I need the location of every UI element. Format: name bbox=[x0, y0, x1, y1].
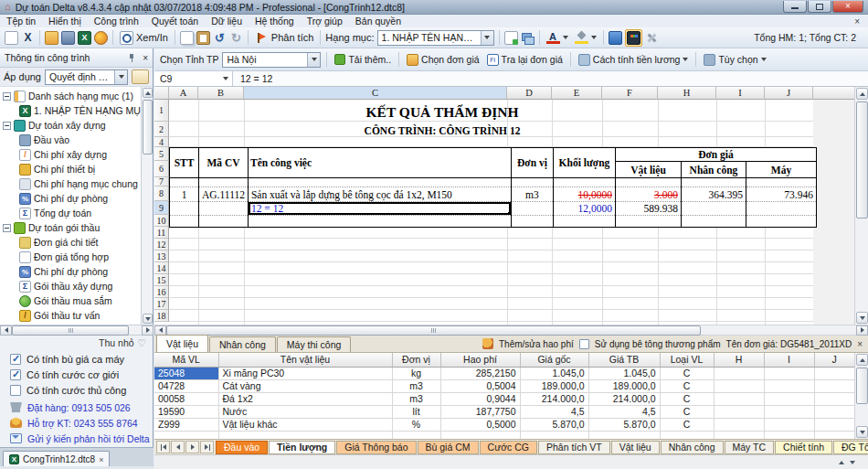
row-header[interactable]: 1 bbox=[154, 100, 169, 122]
checkbox[interactable] bbox=[10, 385, 21, 396]
menu-ban-quyen[interactable]: Bản quyền bbox=[349, 15, 408, 27]
tree-item-chi-phi-xay-dung[interactable]: /Chi phí xây dựng bbox=[0, 147, 142, 162]
scroll-up-icon[interactable] bbox=[856, 354, 868, 366]
tree-item-hang-muc-1[interactable]: X1. NHẬP TÊN HẠNG MỤC VÀO ĐÂY bbox=[0, 103, 142, 118]
menu-cong-trinh[interactable]: Công trình bbox=[88, 15, 145, 27]
new-file-icon[interactable] bbox=[5, 31, 18, 45]
tree-horizontal-scrollbar[interactable] bbox=[0, 325, 153, 336]
sheet-tab-bu-gia-cm[interactable]: Bù giá CM bbox=[418, 441, 479, 454]
sheet-tab-cuoc-cg[interactable]: Cước CG bbox=[480, 441, 537, 454]
checkbox-cuoc-co-gioi[interactable]: Có tính cước cơ giới bbox=[0, 367, 153, 382]
sheet-tab-vat-lieu[interactable]: Vật liệu bbox=[611, 441, 660, 454]
document-close-icon[interactable]: × bbox=[846, 16, 868, 27]
row-header[interactable]: 15 bbox=[154, 274, 169, 286]
next-sheet-icon[interactable] bbox=[185, 441, 199, 453]
column-header[interactable]: F bbox=[602, 87, 658, 100]
media-icon[interactable] bbox=[94, 31, 108, 45]
tree-item-tong-du-toan[interactable]: ΣTổng dự toán bbox=[0, 206, 142, 220]
material-code-selected[interactable]: 25048 bbox=[154, 367, 218, 379]
cell-ten-cong-viec[interactable]: Sản xuất và lắp dựng bê tông cọc đá 1x2,… bbox=[248, 187, 511, 202]
tab-close-icon[interactable]: × bbox=[99, 455, 103, 464]
material-row[interactable]: Z999Vật liệu khác%0,50005.870,05.870,0C bbox=[154, 418, 854, 431]
tab-may-thi-cong[interactable]: Máy thi công bbox=[277, 336, 352, 352]
checkbox-bu-gia-ca-may[interactable]: Có tính bù giá ca máy bbox=[0, 351, 153, 367]
checkbox[interactable] bbox=[10, 369, 21, 380]
material-table[interactable]: Mã VLTên vật liệuĐơn vịHao phíGiá gốcGiá… bbox=[154, 353, 854, 439]
cell-nhan-cong[interactable]: 364.395 bbox=[681, 187, 746, 202]
cell-name-box[interactable]: C9 bbox=[154, 71, 233, 86]
order-link[interactable]: Đặt hàng: 0913 505 026 bbox=[0, 400, 153, 415]
menu-tep-tin[interactable]: Tệp tin bbox=[0, 15, 42, 27]
collapse-icon[interactable] bbox=[3, 92, 11, 101]
cell-ma-cv[interactable]: AG.11112 bbox=[199, 187, 249, 202]
menu-he-thong[interactable]: Hệ thống bbox=[249, 15, 301, 27]
status-up-icon[interactable] bbox=[839, 461, 844, 464]
column-header[interactable]: I bbox=[716, 87, 765, 100]
material-row[interactable]: 25048 Xi măng PC30kg285,21501.045,01.045… bbox=[154, 367, 854, 379]
tra-lai-don-gia-button[interactable]: FiTra lại đơn giá bbox=[485, 53, 565, 67]
tools-icon[interactable] bbox=[645, 31, 659, 45]
tree-vertical-scrollbar[interactable] bbox=[141, 87, 153, 325]
material-row[interactable]: 00058Đá 1x2m30,9044214.000,0214.000,0C bbox=[154, 392, 854, 405]
hang-muc-combobox[interactable]: 1. NHẬP TÊN HẠNG MỤC VÀ... bbox=[377, 30, 494, 46]
checkbox[interactable] bbox=[10, 354, 21, 365]
row-header[interactable]: 10 bbox=[154, 215, 169, 227]
grid-horizontal-scrollbar[interactable] bbox=[154, 325, 868, 336]
sheet-tab-may-tc[interactable]: Máy TC bbox=[725, 441, 775, 454]
cell-don-vi[interactable]: m3 bbox=[511, 187, 553, 202]
tree-item-chi-phi-thiet-bi[interactable]: Chi phí thiết bị bbox=[0, 162, 142, 176]
insert-row-icon[interactable] bbox=[504, 31, 518, 45]
cell-vat-lieu-old[interactable]: 3.000 bbox=[654, 189, 678, 200]
scroll-down-icon[interactable] bbox=[856, 426, 868, 438]
tree-item-don-gia-chi-tiet[interactable]: Đơn giá chi tiết bbox=[0, 235, 142, 250]
cell-may[interactable]: 73.946 bbox=[746, 187, 816, 202]
tree-item-chi-phi-du-phong[interactable]: %Chi phí dự phòng bbox=[0, 191, 142, 206]
scroll-left-icon[interactable] bbox=[154, 325, 166, 336]
prev-sheet-icon[interactable] bbox=[171, 441, 185, 453]
scroll-left-icon[interactable] bbox=[0, 325, 12, 336]
sheet-tab-tien-luong[interactable]: Tiền lượng bbox=[269, 441, 335, 454]
copy-icon[interactable] bbox=[180, 31, 194, 45]
material-vertical-scrollbar[interactable] bbox=[854, 353, 868, 439]
sheet-tab-gia-thong-bao[interactable]: Giá Thông báo bbox=[336, 441, 416, 454]
selected-cell-c9[interactable]: 12 = 12 bbox=[251, 203, 283, 214]
ap-dung-combobox[interactable]: Quyết định 79/QĐ-B... bbox=[45, 69, 128, 85]
scrollbar-thumb[interactable] bbox=[856, 101, 868, 219]
tab-vat-lieu[interactable]: Vật liệu bbox=[156, 335, 208, 352]
tree-item-goi-thau-xay-dung[interactable]: ΣGói thầu xây dựng bbox=[0, 279, 142, 293]
scroll-down-icon[interactable] bbox=[143, 314, 153, 324]
estimate-table[interactable]: STT Mã CV Tên công việc Đơn vị Khối lượn… bbox=[169, 147, 817, 228]
open-folder-icon[interactable] bbox=[45, 31, 58, 45]
scroll-down-icon[interactable] bbox=[856, 312, 868, 324]
column-header[interactable]: A bbox=[169, 87, 198, 100]
heart-icon[interactable]: ♡ bbox=[138, 337, 146, 348]
spreadsheet-grid[interactable]: A B C D E F H I J 1 2 4 5 6 7 8 9 10 bbox=[154, 87, 868, 325]
cell-vat-lieu-new[interactable]: 589.938 bbox=[615, 202, 681, 216]
maximize-button[interactable] bbox=[808, 1, 831, 13]
tai-them-button[interactable]: Tải thêm.. bbox=[333, 53, 393, 66]
sheet-tab-dg-tong-hop[interactable]: ĐG Tổng hợp bbox=[833, 441, 868, 454]
chon-don-gia-button[interactable]: Chọn đơn giá bbox=[405, 53, 482, 67]
row-header[interactable]: 6 bbox=[154, 161, 169, 177]
row-header[interactable]: 5 bbox=[154, 147, 169, 161]
row-header[interactable]: 4 bbox=[154, 137, 169, 147]
grid-view-toggle[interactable] bbox=[625, 29, 642, 47]
document-tab[interactable]: X CongTrinh12.dtc8 × bbox=[3, 451, 110, 467]
checkbox-cuoc-thu-cong[interactable]: Có tính cước thủ công bbox=[0, 382, 153, 398]
sheet-tab-dau-vao[interactable]: Đầu vào bbox=[216, 441, 268, 454]
tuy-chon-button[interactable]: Tùy chọn bbox=[702, 53, 767, 67]
scrollbar-thumb[interactable] bbox=[166, 325, 701, 336]
ap-dung-settings-button[interactable] bbox=[132, 69, 149, 84]
row-header[interactable]: 16 bbox=[154, 286, 169, 298]
menu-tro-giup[interactable]: Trợ giúp bbox=[301, 15, 349, 27]
save-icon[interactable] bbox=[61, 31, 75, 45]
table-row[interactable] bbox=[170, 178, 817, 187]
cach-tinh-tien-luong-button[interactable]: Cách tính tiền lương bbox=[577, 53, 691, 67]
row-header[interactable]: 8 bbox=[154, 187, 169, 201]
feedback-link[interactable]: Gửi ý kiến phản hồi tới Delta bbox=[0, 431, 153, 446]
row-header[interactable]: 12 bbox=[154, 239, 169, 250]
scroll-right-icon[interactable] bbox=[142, 325, 153, 336]
material-row[interactable]: 04728Cát vàngm30,5004189.000,0189.000,0C bbox=[154, 379, 854, 392]
collapse-icon[interactable] bbox=[3, 122, 11, 130]
material-row-empty[interactable] bbox=[154, 431, 854, 439]
